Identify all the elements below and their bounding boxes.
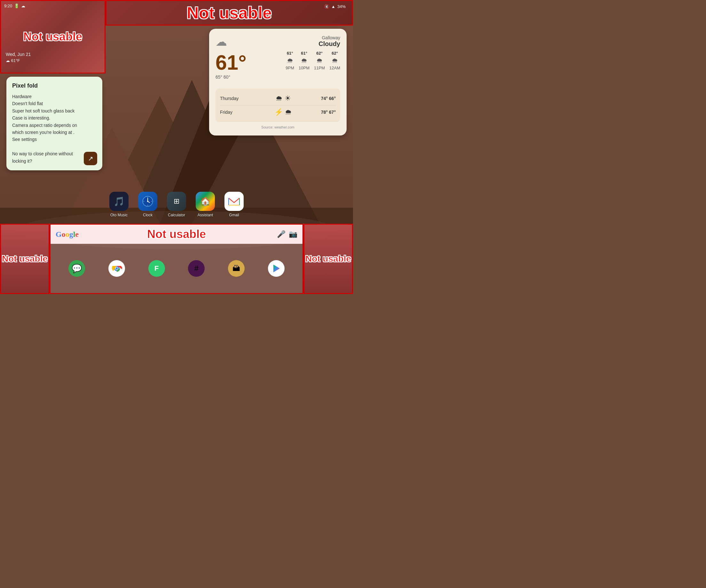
bottom-left-not-usable-overlay: Not usable bbox=[1, 225, 49, 293]
hourly-12am: 62° 🌧 12AM bbox=[329, 51, 340, 70]
weather-high: 65° bbox=[215, 75, 222, 80]
messages-icon: 💬 bbox=[69, 260, 85, 277]
gmail-svg bbox=[228, 197, 240, 206]
svg-point-12 bbox=[147, 201, 148, 202]
weather-low: 60° bbox=[224, 75, 230, 80]
svg-marker-22 bbox=[273, 265, 280, 272]
bottom-right-not-usable-label: Not usable bbox=[305, 254, 351, 264]
top-right-not-usable-label: Not usable bbox=[187, 3, 272, 23]
weather-main-section: 61° 65° 60° 61° 🌧 9PM 61° 🌧 10PM 62° 🌧 1 bbox=[215, 51, 340, 83]
calculator-icon: ⊞ bbox=[167, 192, 186, 211]
weather-condition: Cloudy bbox=[318, 40, 340, 48]
app-slack[interactable]: # bbox=[188, 260, 205, 277]
app-messages[interactable]: 💬 bbox=[69, 260, 85, 277]
play-store-icon bbox=[268, 260, 284, 277]
app-item-oto-music[interactable]: 🎵 Oto Music bbox=[109, 192, 128, 217]
weather-range: 65° 60° bbox=[215, 75, 246, 80]
note-title: Pixel fold bbox=[12, 82, 96, 89]
top-left-not-usable-overlay: Not usable bbox=[1, 1, 105, 73]
top-right-panel: 🔇 ▲ 34% Not usable bbox=[106, 0, 353, 26]
app-item-assistant[interactable]: 🏠 Assistant bbox=[196, 192, 215, 217]
search-not-usable-overlay: Not usable bbox=[50, 225, 303, 244]
forecast-friday: Friday ⚡ 🌧 78° 67° bbox=[220, 106, 336, 119]
weather-location: Galloway bbox=[318, 35, 340, 40]
top-right-not-usable-overlay: Not usable bbox=[107, 1, 352, 25]
bottom-center-panel: Google 🎤 📷 Not usable 💬 bbox=[49, 224, 304, 294]
bottom-app-row: 💬 F bbox=[50, 244, 303, 293]
photos-icon: 🏔 bbox=[228, 260, 245, 277]
app-item-clock[interactable]: Clock bbox=[138, 192, 157, 217]
clock-label: Clock bbox=[143, 213, 153, 217]
gmail-icon bbox=[225, 192, 244, 211]
assistant-label: Assistant bbox=[198, 213, 213, 217]
weather-hourly-section: 61° 🌧 9PM 61° 🌧 10PM 62° 🌧 11PM 62° 🌧 12… bbox=[285, 51, 340, 70]
weather-current-temp: 61° bbox=[215, 51, 246, 75]
hourly-9pm: 61° 🌧 9PM bbox=[285, 51, 294, 70]
note-external-button[interactable]: ↗ bbox=[84, 152, 97, 165]
external-link-icon: ↗ bbox=[88, 155, 93, 162]
bottom-right-panel: Not usable bbox=[304, 224, 353, 294]
app-feedly[interactable]: F bbox=[148, 260, 165, 277]
svg-point-21 bbox=[115, 267, 118, 270]
weather-cloud-icon: ☁ bbox=[215, 35, 227, 49]
weather-forecast: Thursday 🌧 ☀ 74° 66° Friday ⚡ 🌧 78° 67° bbox=[215, 88, 340, 122]
search-bar[interactable]: Google 🎤 📷 Not usable bbox=[50, 225, 303, 244]
search-not-usable-label: Not usable bbox=[147, 227, 206, 241]
app-item-calculator[interactable]: ⊞ Calculator bbox=[167, 192, 186, 217]
top-left-panel: 9:20 🔋 ☁ Wed, Jun 21 ☁ 61°F Not usable bbox=[0, 0, 106, 74]
assistant-icon: 🏠 bbox=[196, 192, 215, 211]
gmail-label: Gmail bbox=[229, 213, 239, 217]
bottom-right-not-usable-overlay: Not usable bbox=[304, 225, 352, 293]
calculator-label: Calculator bbox=[168, 213, 185, 217]
app-play-store[interactable] bbox=[268, 260, 284, 277]
app-chrome[interactable] bbox=[108, 260, 125, 277]
bottom-left-not-usable-label: Not usable bbox=[2, 254, 48, 264]
app-dock: 🎵 Oto Music Clock ⊞ Calculator bbox=[0, 188, 353, 220]
oto-music-label: Oto Music bbox=[110, 213, 127, 217]
chrome-icon bbox=[108, 260, 125, 277]
top-left-not-usable-label: Not usable bbox=[23, 30, 82, 43]
app-photos[interactable]: 🏔 bbox=[228, 260, 245, 277]
clock-svg bbox=[142, 196, 154, 207]
app-item-gmail[interactable]: Gmail bbox=[225, 192, 244, 217]
feedly-icon: F bbox=[148, 260, 165, 277]
clock-icon bbox=[138, 192, 157, 211]
note-widget: Pixel fold Hardware Doesn't fold flat Su… bbox=[6, 77, 102, 170]
hourly-10pm: 61° 🌧 10PM bbox=[299, 51, 310, 70]
slack-icon: # bbox=[188, 260, 205, 277]
weather-source: Source: weather.com bbox=[215, 125, 340, 129]
weather-widget: ☁ Galloway Cloudy 61° 65° 60° 61° 🌧 9PM … bbox=[209, 29, 347, 135]
oto-music-icon: 🎵 bbox=[109, 192, 128, 211]
forecast-thursday: Thursday 🌧 ☀ 74° 66° bbox=[220, 92, 336, 106]
hourly-11pm: 62° 🌧 11PM bbox=[314, 51, 325, 70]
bottom-left-panel: Not usable bbox=[0, 224, 49, 294]
